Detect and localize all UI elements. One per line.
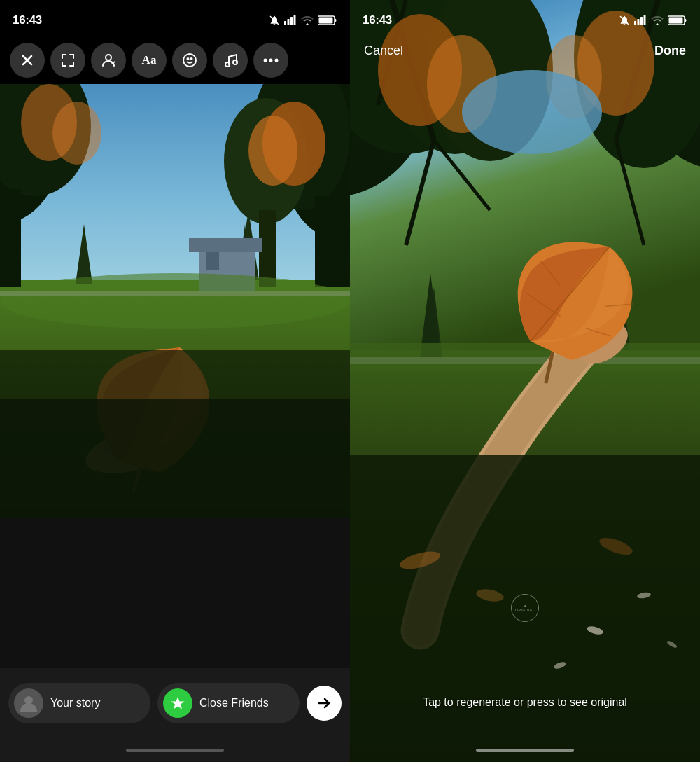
- avatar: [14, 688, 43, 718]
- bell-muted-icon-left: [269, 15, 280, 26]
- svg-point-17: [275, 59, 279, 62]
- send-button[interactable]: [307, 686, 342, 721]
- svg-rect-39: [0, 291, 350, 296]
- your-story-label: Your story: [50, 697, 100, 709]
- bottom-overlay: Tap to regenerate or press to see origin…: [350, 671, 700, 762]
- arrow-right-icon: [316, 695, 332, 712]
- svg-point-15: [264, 59, 267, 62]
- svg-rect-96: [669, 18, 683, 24]
- person-button[interactable]: [91, 43, 126, 78]
- svg-rect-36: [206, 252, 219, 270]
- wifi-icon-left: [301, 15, 314, 25]
- expand-icon: [60, 53, 76, 68]
- done-button[interactable]: Done: [654, 43, 686, 58]
- close-friends-label: Close Friends: [200, 697, 269, 709]
- more-button[interactable]: [253, 43, 288, 78]
- svg-rect-94: [644, 15, 646, 25]
- music-icon: [223, 53, 238, 68]
- svg-point-9: [106, 55, 111, 60]
- wifi-icon-right: [651, 15, 664, 25]
- music-button[interactable]: [213, 43, 248, 78]
- expand-button[interactable]: [50, 43, 85, 78]
- top-bar-right: Cancel Done: [350, 36, 700, 65]
- status-icons-left: [269, 15, 337, 26]
- svg-point-10: [183, 54, 196, 67]
- text-label: Aa: [142, 53, 157, 67]
- right-photo-scene: [350, 0, 700, 762]
- svg-rect-92: [638, 19, 640, 25]
- svg-rect-44: [0, 399, 350, 518]
- svg-rect-74: [350, 357, 700, 364]
- svg-point-13: [225, 62, 230, 67]
- svg-rect-4: [294, 15, 296, 25]
- svg-point-14: [233, 60, 237, 64]
- regenerate-text: Tap to regenerate or press to see origin…: [423, 696, 627, 709]
- svg-point-29: [248, 116, 298, 186]
- svg-rect-25: [315, 196, 350, 287]
- signal-icon-left: [284, 15, 297, 25]
- svg-rect-93: [640, 17, 643, 25]
- close-friends-button[interactable]: Close Friends: [158, 683, 300, 723]
- toolbar: Aa: [0, 36, 350, 84]
- photo-area-left: [0, 84, 350, 518]
- your-story-button[interactable]: Your story: [8, 683, 150, 723]
- star-icon: [170, 695, 186, 711]
- svg-rect-2: [288, 19, 290, 25]
- emoji-button[interactable]: [172, 43, 207, 78]
- watermark-circle: ★ORIGINAL: [511, 594, 539, 622]
- avatar-icon: [19, 693, 38, 713]
- svg-marker-37: [189, 238, 262, 252]
- bell-muted-icon-right: [619, 15, 630, 26]
- status-icons-right: [619, 15, 687, 26]
- battery-icon-left: [318, 15, 337, 25]
- time-left: 16:43: [13, 13, 42, 27]
- time-right: 16:43: [363, 13, 392, 27]
- close-icon: [20, 53, 34, 67]
- svg-point-16: [270, 59, 273, 62]
- watermark: ★ORIGINAL: [511, 594, 539, 622]
- home-bar-left: [126, 749, 224, 752]
- svg-rect-6: [319, 18, 333, 24]
- more-icon: [263, 58, 279, 62]
- svg-rect-22: [0, 189, 21, 287]
- left-panel: 16:43: [0, 0, 350, 762]
- status-bar-left: 16:43: [0, 0, 350, 36]
- cancel-button[interactable]: Cancel: [364, 43, 403, 58]
- home-indicator-left: [0, 738, 350, 762]
- svg-point-11: [188, 58, 189, 60]
- close-friends-icon: [163, 688, 192, 718]
- close-button[interactable]: [10, 43, 45, 78]
- svg-point-65: [462, 70, 602, 154]
- left-photo-scene: [0, 84, 350, 518]
- battery-icon-right: [668, 15, 687, 25]
- svg-marker-46: [172, 697, 185, 709]
- svg-rect-3: [290, 17, 293, 25]
- svg-point-12: [191, 58, 192, 60]
- svg-point-38: [0, 273, 350, 329]
- bottom-bar: Your story Close Friends: [0, 668, 350, 738]
- right-panel: 16:43 Cancel: [350, 0, 700, 762]
- signal-icon-right: [634, 15, 647, 25]
- emoji-icon: [182, 53, 197, 68]
- svg-point-31: [52, 102, 102, 165]
- svg-rect-1: [284, 21, 286, 25]
- text-button[interactable]: Aa: [132, 43, 167, 78]
- person-icon: [101, 53, 116, 68]
- watermark-text: ★ORIGINAL: [515, 604, 535, 612]
- svg-rect-91: [634, 21, 636, 25]
- status-bar-right: 16:43: [350, 0, 700, 36]
- dark-bottom-left: [0, 518, 350, 668]
